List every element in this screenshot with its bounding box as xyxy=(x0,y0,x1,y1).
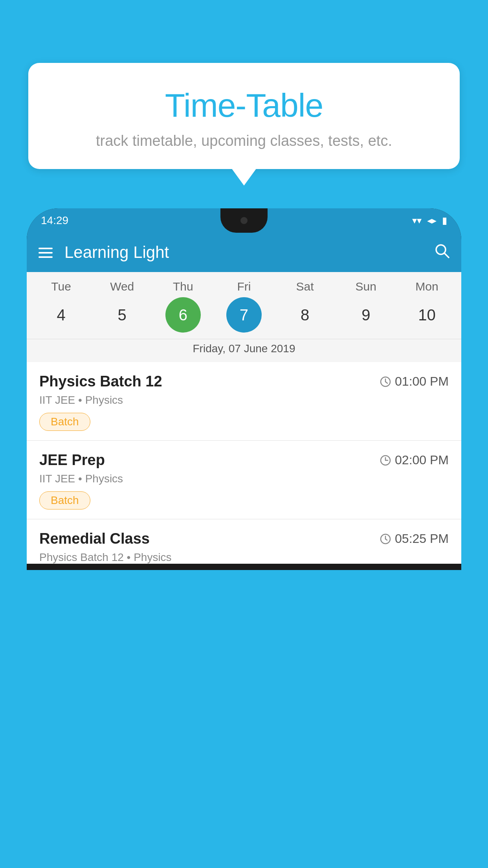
day-10[interactable]: 10 xyxy=(409,297,444,333)
batch-badge-1: Batch xyxy=(39,413,90,431)
svg-line-7 xyxy=(385,382,387,383)
selected-date: Friday, 07 June 2019 xyxy=(27,339,461,362)
schedule-item-1[interactable]: Physics Batch 12 01:00 PM IIT JEE • Phys… xyxy=(27,362,461,441)
clock-icon-3 xyxy=(380,533,391,544)
class-time-1: 01:00 PM xyxy=(380,374,449,389)
svg-rect-1 xyxy=(39,252,53,254)
class-time-2: 02:00 PM xyxy=(380,453,449,467)
phone-wrapper: 14:29 ▾▾ ◂▸ ▮ Learning Light xyxy=(27,208,461,868)
schedule-container: Physics Batch 12 01:00 PM IIT JEE • Phys… xyxy=(27,362,461,564)
hamburger-icon[interactable] xyxy=(39,245,53,260)
day-headers: Tue Wed Thu Fri Sat Sun Mon xyxy=(27,280,461,297)
schedule-item-3[interactable]: Remedial Class 05:25 PM Physics Batch 12… xyxy=(27,519,461,564)
day-7-selected[interactable]: 7 xyxy=(226,297,262,333)
speech-bubble: Time-Table track timetable, upcoming cla… xyxy=(28,63,460,169)
status-time: 14:29 xyxy=(41,214,68,227)
svg-line-13 xyxy=(385,539,387,540)
status-icons: ▾▾ ◂▸ ▮ xyxy=(412,215,447,226)
day-6-today[interactable]: 6 xyxy=(165,297,201,333)
class-meta-3: Physics Batch 12 • Physics xyxy=(39,551,449,564)
svg-rect-2 xyxy=(39,256,53,258)
day-5[interactable]: 5 xyxy=(105,297,140,333)
day-header-thu: Thu xyxy=(165,280,201,293)
batch-badge-2: Batch xyxy=(39,491,90,509)
day-header-wed: Wed xyxy=(105,280,140,293)
bubble-subtitle: track timetable, upcoming classes, tests… xyxy=(48,132,440,149)
day-header-mon: Mon xyxy=(409,280,444,293)
signal-icon: ◂▸ xyxy=(427,215,437,226)
clock-icon-2 xyxy=(380,455,391,466)
app-title: Learning Light xyxy=(64,243,435,262)
day-header-sat: Sat xyxy=(287,280,323,293)
notch xyxy=(220,208,268,233)
day-header-tue: Tue xyxy=(44,280,79,293)
class-meta-1: IIT JEE • Physics xyxy=(39,394,449,406)
app-bar: Learning Light xyxy=(27,233,461,272)
class-name-2: JEE Prep xyxy=(39,452,105,469)
day-numbers: 4 5 6 7 8 9 10 xyxy=(27,297,461,339)
bubble-title: Time-Table xyxy=(48,86,440,125)
class-name-3: Remedial Class xyxy=(39,530,150,547)
schedule-item-2[interactable]: JEE Prep 02:00 PM IIT JEE • Physics Batc… xyxy=(27,441,461,519)
status-bar: 14:29 ▾▾ ◂▸ ▮ xyxy=(27,208,461,233)
svg-rect-0 xyxy=(39,248,53,249)
schedule-item-header-2: JEE Prep 02:00 PM xyxy=(39,452,449,469)
day-9[interactable]: 9 xyxy=(348,297,383,333)
camera-dot xyxy=(240,217,248,224)
wifi-icon: ▾▾ xyxy=(412,215,422,226)
schedule-item-header-1: Physics Batch 12 01:00 PM xyxy=(39,373,449,390)
calendar-strip: Tue Wed Thu Fri Sat Sun Mon 4 5 6 7 8 9 … xyxy=(27,272,461,362)
day-4[interactable]: 4 xyxy=(44,297,79,333)
class-meta-2: IIT JEE • Physics xyxy=(39,473,449,485)
schedule-item-header-3: Remedial Class 05:25 PM xyxy=(39,530,449,547)
day-header-sun: Sun xyxy=(348,280,383,293)
class-time-3: 05:25 PM xyxy=(380,531,449,546)
class-name-1: Physics Batch 12 xyxy=(39,373,162,390)
svg-line-4 xyxy=(444,253,449,257)
day-8[interactable]: 8 xyxy=(287,297,323,333)
phone-frame: 14:29 ▾▾ ◂▸ ▮ Learning Light xyxy=(27,208,461,570)
clock-icon-1 xyxy=(380,376,391,387)
battery-icon: ▮ xyxy=(442,215,447,226)
day-header-fri: Fri xyxy=(226,280,262,293)
search-icon[interactable] xyxy=(435,243,449,262)
